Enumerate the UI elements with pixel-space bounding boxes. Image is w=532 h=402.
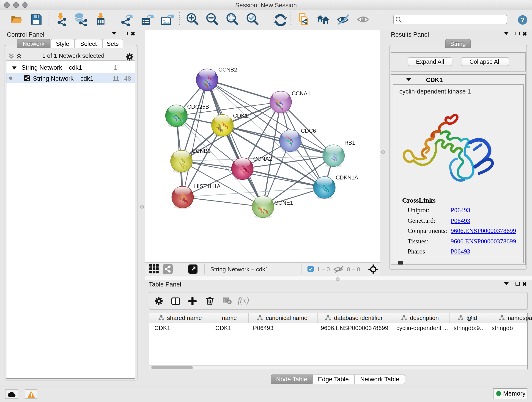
svg-text:CCNA1: CCNA1 bbox=[291, 90, 310, 96]
svg-text:CDC25B: CDC25B bbox=[187, 103, 209, 109]
svg-text:CCNB1: CCNB1 bbox=[191, 148, 210, 154]
svg-text:RB1: RB1 bbox=[344, 139, 355, 146]
svg-text:HIST1H1A: HIST1H1A bbox=[194, 183, 220, 189]
svg-text:CCNE1: CCNE1 bbox=[274, 199, 293, 206]
svg-text:CDKN1A: CDKN1A bbox=[336, 174, 358, 180]
svg-text:?: ? bbox=[520, 16, 525, 23]
svg-text:CDC6: CDC6 bbox=[301, 128, 316, 134]
svg-text:CCNB2: CCNB2 bbox=[218, 66, 237, 72]
svg-text:CDK1: CDK1 bbox=[233, 112, 248, 119]
svg-text:CCNA2: CCNA2 bbox=[253, 155, 272, 162]
